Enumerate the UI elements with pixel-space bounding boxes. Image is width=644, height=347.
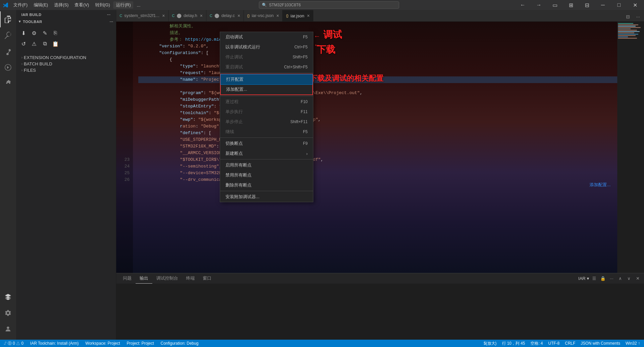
layout2-icon[interactable]: ⊞	[563, 0, 579, 10]
menu-file[interactable]: 文件(F)	[11, 1, 30, 9]
menu-select[interactable]: 选择(S)	[51, 1, 71, 9]
menu-toggle-breakpoint[interactable]: 切换断点 F9	[220, 138, 313, 148]
separator	[220, 191, 313, 191]
panel-arrow-up-icon[interactable]: ∧	[617, 275, 624, 282]
status-line-ending[interactable]: CRLF	[564, 341, 577, 346]
code-editor[interactable]: 23242526 解相关属性。 描述。 参考： https://go.micro…	[116, 22, 617, 273]
sidebar-menu-icon[interactable]: ···	[107, 13, 111, 17]
minimize-button[interactable]: ─	[595, 0, 611, 10]
status-workspace-text: Workspace: Project	[86, 341, 120, 346]
tab-delay-c[interactable]: C ⬤ delay.c ×	[206, 10, 244, 21]
split-editor-button[interactable]: ⊟	[623, 12, 633, 21]
menu-new-breakpoint[interactable]: 新建断点 ›	[220, 148, 313, 158]
panel-list-icon[interactable]: ☰	[591, 275, 598, 282]
tab-close-icon[interactable]: ×	[162, 13, 165, 18]
nav-back-button[interactable]: ←	[515, 0, 530, 10]
toolbar-warning-btn[interactable]: ⚠	[29, 39, 39, 48]
layout-icon[interactable]: ▭	[547, 0, 562, 10]
titlebar: 文件(F) 编辑(E) 选择(S) 查看(V) 转到(G) 运行(R) ... …	[0, 0, 644, 10]
status-project[interactable]: Project: Project	[125, 341, 155, 346]
tab-system-stm32[interactable]: C system_stm32f1... ×	[116, 10, 169, 21]
tab-close-icon[interactable]: ×	[276, 13, 279, 18]
tab-delay-h[interactable]: C ⬤ delay.h ×	[169, 10, 206, 21]
layout3-icon[interactable]: ⊟	[579, 0, 595, 10]
toolbar-paste-btn[interactable]: 📋	[51, 39, 60, 48]
tab-iar-json[interactable]: {} iar.json ×	[283, 10, 313, 21]
menu-item-label: 切换断点	[225, 140, 243, 146]
toolbar-section-title[interactable]: ▾ TOOLBAR ···	[16, 18, 116, 25]
close-button[interactable]: ✕	[627, 0, 643, 10]
tab-close-icon[interactable]: ×	[237, 13, 240, 18]
more-tabs-button[interactable]: ···	[633, 12, 643, 21]
menu-add-config[interactable]: 添加配置...	[221, 84, 312, 94]
menu-start-debug[interactable]: 启动调试 F5	[220, 32, 313, 42]
menu-view[interactable]: 查看(V)	[72, 1, 92, 9]
toolbar-menu-icon[interactable]: ···	[110, 20, 113, 24]
toolbar-copy-btn[interactable]: ⎘	[51, 28, 60, 38]
menu-item-shortcut: F11	[301, 109, 308, 114]
status-configuration[interactable]: Configuration: Debug	[159, 341, 200, 346]
editor-content: 23242526 解相关属性。 描述。 参考： https://go.micro…	[116, 22, 644, 273]
activity-iar[interactable]	[0, 289, 16, 305]
status-toolchain[interactable]: IAR Toolchain: Install (Arm)	[29, 341, 80, 346]
panel-tab-output[interactable]: 输出	[136, 273, 152, 284]
activity-search[interactable]	[0, 27, 16, 43]
panel-tab-terminal[interactable]: 终端	[182, 273, 199, 284]
tab-iar-vsc-json[interactable]: {} iar-vsc.json ×	[244, 10, 283, 21]
status-git[interactable]: ⑀ ⓪ 0 △ 0	[3, 341, 25, 346]
toolbar-copy2-btn[interactable]: ⧉	[40, 39, 49, 48]
menu-disable-all-breakpoints[interactable]: 禁用所有断点	[220, 170, 313, 180]
menu-install-debugger[interactable]: 安装附加调试器...	[220, 192, 313, 202]
toolbar-label: TOOLBAR	[23, 20, 42, 24]
toolbar-refresh-btn[interactable]: ↺	[19, 39, 28, 48]
panel-close-icon[interactable]: ✕	[634, 275, 641, 282]
tab-close-icon[interactable]: ×	[307, 13, 310, 18]
tab-name: iar-vsc.json	[252, 13, 274, 18]
add-config-overlay-btn[interactable]: 添加配置...	[590, 182, 611, 188]
status-encoding[interactable]: UTF-8	[547, 341, 561, 346]
status-spaces[interactable]: 空格: 4	[529, 341, 544, 346]
status-language[interactable]: JSON with Comments	[580, 341, 622, 346]
activity-explorer[interactable]	[0, 11, 16, 27]
activity-run-debug[interactable]	[0, 59, 16, 75]
status-os[interactable]: Win32 ↑	[624, 341, 641, 346]
menu-run-without-debug[interactable]: 以非调试模式运行 Ctrl+F5	[220, 42, 313, 52]
toolbar-settings-btn[interactable]: ⚙	[29, 28, 39, 38]
tab-actions: ⊟ ···	[623, 12, 644, 21]
toolbar-download-btn[interactable]: ⬇	[19, 28, 28, 38]
code-line: "configurations": [	[138, 50, 617, 56]
menu-open-config[interactable]: 打开配置	[221, 74, 312, 84]
menu-delete-all-breakpoints[interactable]: 删除所有断点	[220, 180, 313, 190]
activity-extensions[interactable]	[0, 75, 16, 91]
code-line: "ewp": "${workspaceFolder}\\IAR_Project\…	[138, 116, 617, 123]
sidebar-files[interactable]: › FILES	[16, 67, 116, 73]
titlebar-search-bar[interactable]: 🔍 STM32F103C8T6	[259, 1, 399, 9]
panel-tab-window[interactable]: 窗口	[199, 273, 215, 284]
menu-run[interactable]: 运行(R)	[113, 1, 133, 9]
activity-account[interactable]	[0, 321, 16, 337]
menu-goto[interactable]: 转到(G)	[93, 1, 113, 9]
menu-enable-all-breakpoints[interactable]: 启用所有断点	[220, 160, 313, 170]
status-zoom[interactable]: $(放大)	[482, 341, 498, 346]
panel-more-icon[interactable]: ···	[608, 275, 615, 282]
menu-edit[interactable]: 编辑(E)	[31, 1, 51, 9]
nav-forward-button[interactable]: →	[531, 0, 546, 10]
code-line: "$TOOLKIT_DIR$\\CONFIG\\debugger\\ST\\ST…	[138, 156, 617, 163]
status-workspace[interactable]: Workspace: Project	[84, 341, 122, 346]
sidebar-header: IAR BUILD ···	[16, 10, 116, 18]
panel-tab-debug-console[interactable]: 调试控制台	[152, 273, 182, 284]
activity-source-control[interactable]	[0, 43, 16, 59]
output-source-dropdown[interactable]: IAR ▾	[578, 276, 589, 281]
sidebar-extension-config[interactable]: › EXTENSION CONFIGURATION	[16, 54, 116, 61]
status-line-col[interactable]: 行 10，列 45	[501, 341, 526, 346]
maximize-button[interactable]: □	[611, 0, 627, 10]
sidebar-batch-build[interactable]: › BATCH BUILD	[16, 61, 116, 67]
menu-more[interactable]: ...	[134, 2, 143, 8]
code-content[interactable]: 解相关属性。 描述。 参考： https://go.microsoft.com/…	[133, 22, 617, 273]
tab-close-icon[interactable]: ×	[200, 13, 203, 18]
panel-arrow-down-icon[interactable]: ∨	[625, 275, 633, 282]
toolbar-edit-btn[interactable]: ✎	[40, 28, 49, 38]
activity-settings[interactable]	[0, 305, 16, 321]
panel-tab-problems[interactable]: 问题	[119, 273, 136, 284]
panel-lock-icon[interactable]: 🔒	[599, 275, 607, 282]
